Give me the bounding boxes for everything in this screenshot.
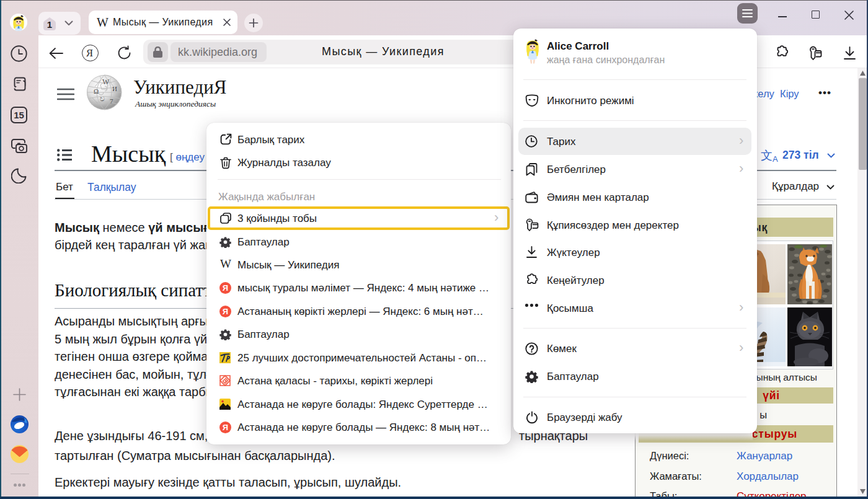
- svg-text:И: И: [112, 85, 117, 92]
- svg-text:W: W: [102, 77, 110, 86]
- svg-text:ව: ව: [100, 95, 105, 102]
- svg-text:7: 7: [110, 97, 113, 105]
- svg-text:Ω: Ω: [94, 87, 99, 95]
- svg-text:1: 1: [47, 19, 52, 30]
